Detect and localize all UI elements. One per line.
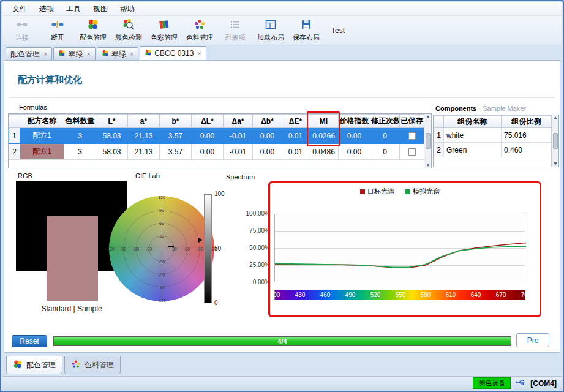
reset-button[interactable]: Reset [12,335,47,347]
page-title: 配方计算和优化 [18,74,82,86]
lightness-tick: 100 [214,190,225,197]
column-header[interactable]: 价格指数 [339,115,370,128]
scroll-thumb[interactable] [553,133,558,149]
components-panel: Components Sample Maker 组份名称 组份比例 1 whit… [433,104,559,167]
saved-checkbox[interactable] [408,148,416,156]
column-header[interactable]: 组份名称 [444,116,502,128]
menu-options[interactable]: 选项 [33,2,60,15]
test-button[interactable]: Test [325,17,352,44]
save-layout-button[interactable]: 保存布局 [289,17,323,44]
column-header[interactable]: a* [128,115,160,128]
column-header[interactable]: 配方名称 [20,115,64,128]
saved-checkbox[interactable] [408,132,416,140]
spectrum-plot [274,214,525,282]
component-row[interactable]: 2 Green 0.460 [434,143,552,157]
column-header[interactable]: ΔE* [282,115,309,128]
menu-file[interactable]: 文件 [6,2,33,15]
scroll-down-icon[interactable] [426,164,430,167]
usb-icon [516,379,525,388]
components-scrollbar[interactable] [551,115,558,167]
color-matching-button[interactable]: 配色管理 [76,17,110,44]
disconnect-icon [51,18,64,32]
mi-value-cell: 0.0266 [309,128,339,144]
colorant-manage-icon [71,360,81,371]
status-bar: 测色设备 [COM4] [2,376,562,390]
scroll-thumb[interactable] [426,133,431,149]
load-layout-button[interactable]: 加载布局 [254,17,288,44]
scroll-up-icon[interactable] [554,116,557,119]
menu-tools[interactable]: 工具 [60,2,87,15]
formulas-table: 配方名称 色料数量 L* a* b* ΔL* Δa* Δb* ΔE* MI 价格… [8,113,432,168]
colorant-manage-button[interactable]: 色料管理 [182,17,217,44]
tab-cbcc-0313[interactable]: CBCC 0313 × [140,46,206,60]
cielab-tick-labels: 120120909060603030-30-30-60-60-90-90-120… [109,196,214,301]
row-header-corner [434,116,444,128]
tab-cuilv-1[interactable]: 翠绿 × [53,47,95,60]
pre-button[interactable]: Pre [516,333,549,347]
row-number: 2 [9,144,20,160]
progress-bar: 4/4 [53,336,511,346]
list-items-button[interactable]: 列表项 [218,17,252,44]
column-header[interactable]: ΔL* [192,115,224,128]
column-header[interactable]: Δb* [253,115,282,128]
menu-help[interactable]: 帮助 [114,2,141,15]
column-header[interactable]: 已保存 [400,115,424,128]
components-tab-bar: Components Sample Maker [433,104,559,113]
bottom-tab-color-matching[interactable]: 配色管理 [6,356,62,374]
legend-target: 目标光谱 [360,187,394,196]
column-header[interactable]: L* [96,115,128,128]
close-icon[interactable]: × [43,51,47,58]
scroll-up-icon[interactable] [426,115,430,118]
close-icon[interactable]: × [197,50,201,57]
tab-sample-maker[interactable]: Sample Maker [483,105,526,112]
spectrum-legend: 目标光谱 模拟光谱 [274,187,525,196]
column-header[interactable]: Δa* [224,115,253,128]
disconnect-button[interactable]: 断开 [40,17,75,44]
column-header[interactable]: 色料数量 [64,115,96,128]
simulated-swatch-icon [405,189,410,194]
menu-bar: 文件 选项 工具 视图 帮助 [2,2,562,16]
formula-row[interactable]: 2 配方1 3 58.03 21.13 3.57 0.00 -0.01 0.00… [9,144,424,160]
tab-components[interactable]: Components [435,105,476,112]
lightness-tick: 50 [214,245,221,252]
device-status-badge: 测色设备 [473,377,511,389]
palette-icon [145,49,152,58]
color-matching-icon [87,18,99,32]
cielab-color-wheel: 120120909060603030-30-30-60-60-90-90-120… [109,196,214,301]
colorant-manage-icon [194,18,206,32]
app-window: 文件 选项 工具 视图 帮助 连接 断开 配色管理 颜色检测 色彩管理 色料管理 [0,0,564,392]
close-icon[interactable]: × [86,51,90,58]
com-port-label: [COM4] [530,379,557,388]
color-detect-icon [122,18,135,32]
menu-view[interactable]: 视图 [87,2,114,15]
color-manage-button[interactable]: 色彩管理 [147,17,181,44]
list-icon [229,18,241,32]
column-header[interactable]: b* [160,115,192,128]
formulas-scrollbar[interactable] [424,114,431,168]
color-detect-button[interactable]: 颜色检测 [111,17,146,44]
column-header[interactable]: 组份比例 [502,116,552,128]
load-layout-icon [265,18,277,32]
column-header-mi[interactable]: MI [309,115,339,128]
bottom-tab-colorant-manage[interactable]: 色料管理 [64,356,121,374]
tab-cuilv-2[interactable]: 翠绿 × [97,47,138,60]
sample-point-marker [171,244,172,249]
column-header[interactable]: 修正次数 [370,115,400,128]
document-tab-bar: 配色管理 × 翠绿 × 翠绿 × CBCC 0313 × [2,46,562,60]
connect-button[interactable]: 连接 [5,17,39,44]
palette-icon [102,50,109,59]
component-row[interactable]: 1 white 75.016 [434,128,552,143]
scroll-down-icon[interactable] [554,162,557,165]
tab-color-matching[interactable]: 配色管理 × [6,47,52,60]
bottom-tab-bar: 配色管理 色料管理 [2,356,562,376]
formula-color-swatch: 配方1 [20,144,64,160]
save-layout-icon [300,18,312,32]
close-icon[interactable]: × [130,51,133,58]
spectrum-y-axis: 100.00%75.00%50.00%25.00%0.00% [225,210,270,290]
components-table: 组份名称 组份比例 1 white 75.016 2 Green 0.460 [433,115,559,167]
rgb-caption: Standard | Sample [16,304,127,313]
divider [9,97,555,98]
formula-row[interactable]: 1 配方1 3 58.03 21.13 3.57 0.00 -0.01 0.00… [9,128,424,144]
palette-icon [58,50,66,59]
palette-icon [13,360,23,371]
